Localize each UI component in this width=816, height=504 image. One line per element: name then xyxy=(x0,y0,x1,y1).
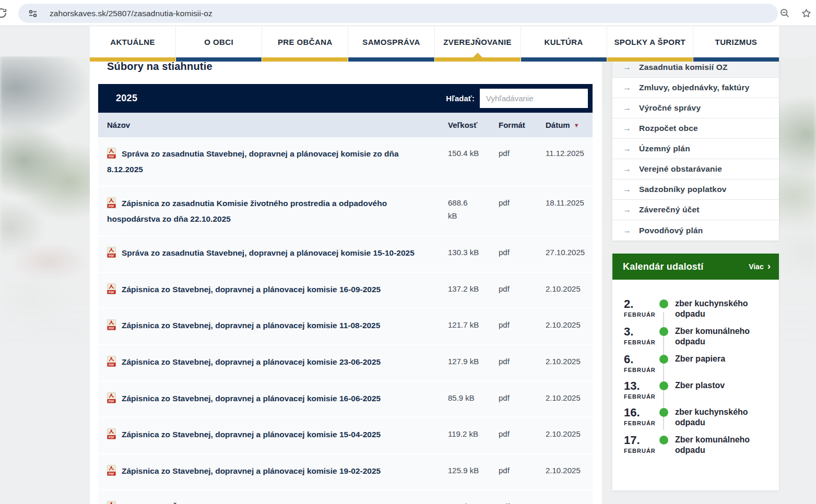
sidebar-item-label: Výročné správy xyxy=(639,103,701,113)
sidebar-item-label: Verejné obstarávanie xyxy=(639,164,722,174)
sidebar-item-povodnovy-plan[interactable]: →Povodňový plán xyxy=(612,220,779,241)
file-link[interactable]: PDFZápisnica zo Stavebnej, dopravnej a p… xyxy=(107,392,448,407)
nav-item-spolky-a-sport[interactable]: SPOLKY A ŠPORT xyxy=(607,26,693,57)
file-link[interactable]: PDFZápisnica zo Stavebnej, dopravnej a p… xyxy=(107,428,448,443)
sidebar-item-vyrocne-spravy[interactable]: →Výročné správy xyxy=(612,98,779,118)
nav-item-samosprava[interactable]: SAMOSPRÁVA xyxy=(348,26,434,57)
url-text[interactable]: zahorskaves.sk/25807/zasadnutia-komisii-… xyxy=(50,9,212,18)
nav-underline xyxy=(521,57,607,62)
column-format[interactable]: Formát xyxy=(484,121,546,129)
nav-item-pre-obcana[interactable]: PRE OBČANA xyxy=(262,26,348,57)
event-month: FEBRUÁR xyxy=(624,448,652,454)
calendar-title: Kalendár udalostí xyxy=(623,261,703,272)
calendar-event[interactable]: 6.FEBRUÁRZber papiera xyxy=(612,354,779,373)
file-link[interactable]: PDFZápisnica zo zasadnutia Komisie život… xyxy=(107,197,448,225)
event-date: 3.FEBRUÁR xyxy=(612,326,652,346)
svg-text:PDF: PDF xyxy=(109,205,114,208)
svg-text:PDF: PDF xyxy=(109,363,114,366)
nav-item-label: PRE OBČANA xyxy=(278,38,333,46)
nav-item-label: O OBCI xyxy=(204,38,233,46)
chevron-right-icon: › xyxy=(767,261,771,271)
event-dot-column xyxy=(652,326,675,346)
calendar-body: 2.FEBRUÁRzber kuchynského odpadu3.FEBRUÁ… xyxy=(612,280,779,455)
sidebar-item-label: Rozpočet obce xyxy=(639,124,698,133)
search-input[interactable] xyxy=(480,89,588,108)
sidebar-item-label: Zmluvy, objednávky, faktúry xyxy=(639,83,750,92)
green-dot-icon xyxy=(659,299,668,308)
sidebar-item-zmluvy-objednavky-faktury[interactable]: →Zmluvy, objednávky, faktúry xyxy=(612,78,779,98)
column-size[interactable]: Veľkosť xyxy=(448,121,484,129)
nav-underline xyxy=(693,57,779,62)
event-label: zber kuchynského odpadu xyxy=(675,298,779,319)
file-format: pdf xyxy=(484,355,546,371)
arrow-right-icon: → xyxy=(623,103,631,113)
file-link[interactable]: PDFZápisnica zo Stavebnej, dopravnej a p… xyxy=(107,319,448,334)
event-day: 13. xyxy=(624,380,652,392)
file-size: 90.2 kB xyxy=(448,500,484,504)
event-date: 13.FEBRUÁR xyxy=(612,380,652,400)
event-month: FEBRUÁR xyxy=(624,311,652,318)
sidebar-item-sadzobniky-poplatkov[interactable]: →Sadzobníky poplatkov xyxy=(612,179,779,200)
sidebar-item-verejne-obstaravanie[interactable]: →Verejné obstarávanie xyxy=(612,159,779,179)
arrow-right-icon: → xyxy=(623,226,631,235)
pdf-file-icon: PDF xyxy=(107,247,116,262)
nav-item-zverejnovanie[interactable]: ZVEREJŇOVANIE xyxy=(434,26,521,57)
table-row: PDFZápisnica zo Stavebnej, dopravnej a p… xyxy=(98,309,593,345)
file-link[interactable]: PDFSpráva zo zasadnutia Stavebnej, dopra… xyxy=(107,246,448,262)
event-month: FEBRUÁR xyxy=(624,339,652,345)
column-date[interactable]: Dátum▼ xyxy=(546,121,593,129)
zoom-out-icon[interactable] xyxy=(779,8,790,19)
event-date: 6.FEBRUÁR xyxy=(612,354,652,373)
event-label: zber kuchynského odpadu xyxy=(675,407,779,427)
nav-item-label: KULTÚRA xyxy=(545,38,583,46)
nav-item-label: TURIZMUS xyxy=(715,38,758,46)
file-format: pdf xyxy=(484,392,546,407)
file-date: 18.11.2025 xyxy=(546,197,593,225)
nav-underline xyxy=(90,57,175,62)
sidebar-item-uzemny-plan[interactable]: →Územný plán xyxy=(612,139,779,159)
calendar-more-link[interactable]: Viac › xyxy=(749,262,771,271)
pdf-file-icon: PDF xyxy=(107,465,116,480)
file-size: 121.7 kB xyxy=(448,319,484,334)
file-link[interactable]: PDFZasadnutie KŽP 28-8-2025 xyxy=(107,500,448,504)
sidebar-item-label: Zasadnutia komisií OZ xyxy=(639,63,728,72)
file-link[interactable]: PDFZápisnica zo Stavebnej, dopravnej a p… xyxy=(107,283,448,298)
file-link[interactable]: PDFSpráva zo zasadnutia Stavebnej, dopra… xyxy=(107,147,448,176)
calendar-event[interactable]: 2.FEBRUÁRzber kuchynského odpadu xyxy=(612,298,779,319)
calendar-header: Kalendár udalostí Viac › xyxy=(612,254,779,280)
site-info-icon[interactable] xyxy=(28,8,38,19)
nav-item-kultura[interactable]: KULTÚRA xyxy=(521,26,607,57)
calendar-event[interactable]: 16.FEBRUÁRzber kuchynského odpadu xyxy=(612,407,779,427)
event-month: FEBRUÁR xyxy=(624,367,652,373)
file-date: 2.10.2025 xyxy=(546,355,593,371)
nav-item-turizmus[interactable]: TURIZMUS xyxy=(693,26,779,57)
event-label: Zber komunálneho odpadu xyxy=(675,435,779,455)
nav-item-aktualne[interactable]: AKTUÁLNE xyxy=(90,26,175,57)
file-date: 2.10.2025 xyxy=(546,428,593,443)
calendar-event[interactable]: 13.FEBRUÁRZber plastov xyxy=(612,380,779,400)
event-dot-column xyxy=(652,298,675,319)
file-link[interactable]: PDFZápisnica zo Stavebnej, dopravnej a p… xyxy=(107,464,448,480)
file-format: pdf xyxy=(484,464,546,480)
sidebar-item-zaverecny-ucet[interactable]: →Záverečný účet xyxy=(612,200,779,220)
sidebar-item-rozpocet-obce[interactable]: →Rozpočet obce xyxy=(612,118,779,139)
file-date: 19.9.2025 xyxy=(546,500,593,504)
table-row: PDFZápisnica zo Stavebnej, dopravnej a p… xyxy=(98,418,593,454)
file-link[interactable]: PDFZápisnica zo Stavebnej, dopravnej a p… xyxy=(107,355,448,371)
table-row: PDFZápisnica zo Stavebnej, dopravnej a p… xyxy=(98,273,593,309)
file-size: 150.4 kB xyxy=(448,147,484,176)
url-bar[interactable]: zahorskaves.sk/25807/zasadnutia-komisii-… xyxy=(18,4,778,23)
bookmark-star-icon[interactable] xyxy=(801,8,812,19)
nav-item-o-obci[interactable]: O OBCI xyxy=(175,26,262,57)
calendar-event[interactable]: 17.FEBRUÁRZber komunálneho odpadu xyxy=(612,435,779,455)
table-row: PDFZasadnutie KŽP 28-8-202590.2 kBpdf19.… xyxy=(98,490,593,504)
calendar-event[interactable]: 3.FEBRUÁRZber komunálneho odpadu xyxy=(612,326,779,346)
sidebar-item-label: Záverečný účet xyxy=(639,205,700,214)
sort-desc-icon[interactable]: ▼ xyxy=(574,122,580,128)
file-format: pdf xyxy=(484,428,546,443)
event-dot-column xyxy=(652,407,675,427)
green-dot-icon xyxy=(659,381,668,390)
file-date: 2.10.2025 xyxy=(546,392,593,407)
reload-icon[interactable] xyxy=(0,7,8,19)
column-name[interactable]: Názov xyxy=(107,121,448,129)
